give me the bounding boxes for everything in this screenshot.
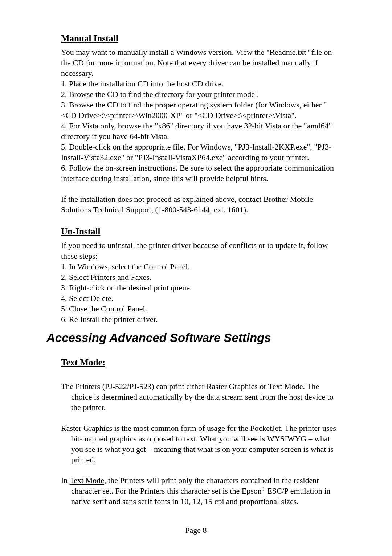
text-mode-prefix: In (61, 476, 69, 485)
uninstall-step-2: 2. Select Printers and Faxes. (61, 272, 337, 282)
manual-install-note: If the installation does not proceed as … (61, 194, 337, 215)
uninstall-step-6: 6. Re-install the printer driver. (61, 314, 337, 324)
manual-install-step-6: 6. Follow the on-screen instructions. Be… (61, 163, 337, 184)
manual-install-heading: Manual Install (61, 32, 337, 45)
manual-install-step-4: 4. For Vista only, browse the "x86" dire… (61, 120, 337, 142)
uninstall-step-5: 5. Close the Control Panel. (61, 303, 337, 314)
text-mode-heading: Text Mode: (61, 356, 337, 369)
manual-install-step-3: 3. Browse the CD to find the proper oper… (61, 99, 337, 120)
raster-graphics-label: Raster Graphics (61, 424, 112, 433)
manual-install-intro: You may want to manually install a Windo… (61, 47, 337, 78)
uninstall-step-4: 4. Select Delete. (61, 293, 337, 303)
uninstall-intro: If you need to uninstall the printer dri… (61, 240, 337, 261)
text-mode-label: Text Mode, (69, 476, 106, 485)
text-mode-intro: The Printers (PJ-522/PJ-523) can print e… (61, 381, 337, 413)
manual-install-step-5: 5. Double-click on the appropriate file.… (61, 142, 337, 163)
raster-graphics-paragraph: Raster Graphics is the most common form … (61, 423, 337, 465)
uninstall-heading: Un-Install (61, 225, 337, 238)
registered-mark: ® (262, 486, 265, 492)
manual-install-step-2: 2. Browse the CD to find the directory f… (61, 89, 337, 99)
page-number: Page 8 (185, 526, 207, 535)
manual-install-step-1: 1. Place the installation CD into the ho… (61, 78, 337, 89)
page-footer: Page 8 (0, 526, 392, 535)
document-content: Manual Install You may want to manually … (61, 32, 337, 507)
advanced-settings-title: Accessing Advanced Software Settings (46, 330, 337, 346)
text-mode-paragraph: In Text Mode, the Printers will print on… (61, 475, 337, 507)
uninstall-step-3: 3. Right-click on the desired print queu… (61, 282, 337, 293)
uninstall-step-1: 1. In Windows, select the Control Panel. (61, 261, 337, 272)
